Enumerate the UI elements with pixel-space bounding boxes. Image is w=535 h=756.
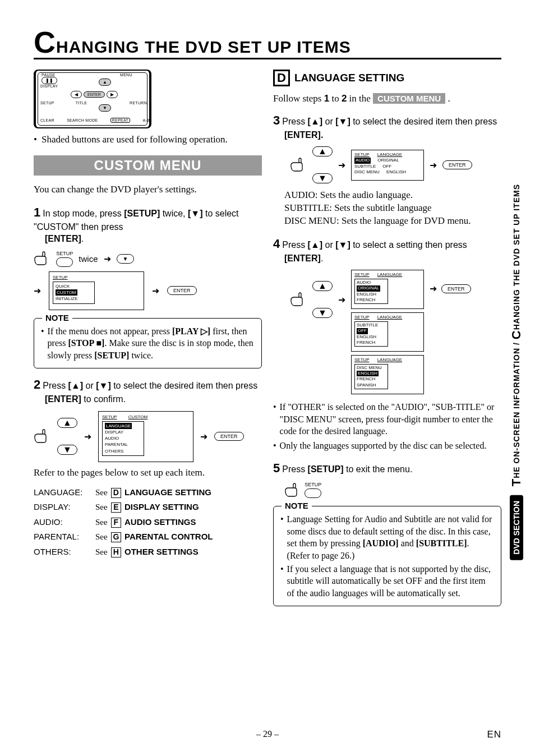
side-breadcrumb: THE ON-SCREEN INFORMATION / CHANGING THE…: [508, 179, 525, 491]
note-1-item: If the menu does not appear, press [PLAY…: [41, 325, 255, 362]
note-box-1: NOTE If the menu does not appear, press …: [34, 318, 262, 369]
side-section-tag: DVD SECTION: [510, 495, 523, 560]
step-5: 5Press [SETUP] to exit the menu.: [273, 460, 501, 477]
page-footer: – 29 – EN: [0, 729, 535, 739]
custom-menu-tag: CUSTOM MENU: [373, 93, 445, 104]
arrow-right-icon: ➜: [430, 160, 437, 170]
refer-text: Refer to the pages below to set up each …: [34, 467, 262, 480]
enter-oval-button: ENTER: [442, 160, 472, 169]
setup-mini-label: SETUP: [305, 482, 321, 487]
note-label: NOTE: [282, 501, 312, 510]
down-oval-button: ▼: [117, 254, 135, 264]
step-1: 1In stop mode, press [SETUP] twice, [▼] …: [34, 204, 262, 245]
step-1-diagram-a: SETUP twice ➜ ▼: [34, 251, 262, 267]
section-d-title: D LANGUAGE SETTING: [273, 70, 501, 86]
remote-title-label: TITLE: [76, 101, 87, 105]
enter-oval-button: ENTER: [214, 432, 244, 441]
ref-row-others: OTHERS:See H OTHER SETTINGS: [34, 545, 262, 560]
left-column: PAUSE❚❚ MENU ▲ DISPLAY ◀ ENTER ▶ SETUP T…: [34, 70, 262, 606]
arrow-right-icon: ➜: [430, 283, 437, 294]
remote-return-label: RETURN: [130, 101, 147, 105]
ref-letter-h: H: [111, 547, 121, 557]
note-2-item-2: If you select a language that is not sup…: [280, 563, 494, 600]
step-1-diagram-b: ➜ SETUP QUICK CUSTOM INITIALIZE ➜ ENTER: [34, 271, 262, 310]
chapter-title: CHANGING THE DVD SET UP ITEMS: [34, 34, 501, 59]
hand-icon: [290, 158, 307, 172]
hand-icon: [34, 429, 50, 444]
chapter-title-cap: C: [34, 25, 56, 59]
page-number: – 29 –: [256, 729, 279, 739]
step-4-bullets: •If "OTHER" is selected on the "AUDIO", …: [273, 401, 501, 451]
down-button: ▼: [99, 104, 111, 112]
side-tabs: THE ON-SCREEN INFORMATION / CHANGING THE…: [508, 179, 525, 560]
right-column: D LANGUAGE SETTING Follow steps 1 to 2 i…: [273, 70, 501, 606]
desc-subtitle: SUBTITLE: Sets the subtitle language: [284, 202, 501, 215]
note-label: NOTE: [42, 313, 72, 322]
remote-diagram: PAUSE❚❚ MENU ▲ DISPLAY ◀ ENTER ▶ SETUP T…: [34, 70, 151, 128]
up-arrow-button: ▲: [312, 146, 333, 156]
enter-oval-button: ENTER: [441, 284, 471, 293]
note-box-2: NOTE Language Setting for Audio and Subt…: [273, 506, 501, 606]
note-2-item-1: Language Setting for Audio and Subtitle …: [280, 513, 494, 561]
remote-menu-label: MENU: [120, 73, 132, 77]
chapter-title-rest: HANGING THE DVD SET UP ITEMS: [56, 38, 351, 56]
custom-menu-intro: You can change the DVD player's settings…: [34, 183, 262, 196]
arrow-right-icon: ➜: [34, 285, 41, 296]
up-down-buttons: ▲ ▼: [57, 418, 77, 455]
custom-menu-heading: CUSTOM MENU: [34, 155, 262, 176]
remote-repeat-label: REPEAT: [110, 118, 130, 123]
setup-menu-screen: SETUP QUICK CUSTOM INITIALIZE: [49, 271, 144, 310]
hand-icon: [34, 251, 50, 266]
discmenu-lang-screen: SETUPLANGUAGE DISC MENU ENGLISH FRENCH S…: [351, 355, 424, 394]
setup-oval-button: [305, 488, 321, 498]
arrow-right-icon: ➜: [104, 253, 111, 264]
ref-letter-f: F: [111, 518, 121, 528]
setup-oval-button: [56, 257, 73, 267]
section-d-heading: LANGUAGE SETTING: [294, 72, 404, 84]
arrow-right-icon: ➜: [84, 431, 91, 442]
step-2-diagram: ▲ ▼ ➜ SETUPCUSTOM LANGUAGE DISPLAY AUDIO…: [34, 411, 262, 462]
page-lang: EN: [487, 729, 501, 740]
arrow-right-icon: ➜: [338, 160, 345, 170]
desc-audio: AUDIO: Sets the audio language.: [284, 189, 501, 202]
shaded-note-text: Shaded buttons are used for following op…: [41, 134, 228, 145]
section-d-letter: D: [273, 70, 290, 86]
enter-oval-button: ENTER: [167, 286, 197, 295]
up-down-buttons: ▲ ▼: [312, 146, 333, 183]
remote-clear-label: CLEAR: [40, 118, 54, 122]
remote-search-label: SEARCH MODE: [67, 118, 98, 122]
arrow-right-icon: ➜: [338, 294, 345, 305]
up-down-buttons: ▲ ▼: [312, 281, 333, 318]
custom-menu-screen: SETUPCUSTOM LANGUAGE DISPLAY AUDIO PAREN…: [98, 411, 193, 462]
step-4-diagram: ▲ ▼ ➜ SETUPLANGUAGE AUDIO ORIGINAL ENGLI…: [290, 270, 501, 394]
ref-row-display: DISPLAY:See E DISPLAY SETTING: [34, 500, 262, 515]
ref-row-audio: AUDIO:See F AUDIO SETTINGS: [34, 515, 262, 530]
language-menu-screen: SETUPLANGUAGE AUDIOORIGINAL SUBTITLEOFF …: [351, 150, 424, 181]
step-3: 3Press [▲] or [▼] to select the desired …: [273, 112, 501, 141]
bullet-supported: Only the languages supported by the disc…: [280, 440, 487, 452]
shaded-note: •Shaded buttons are used for following o…: [34, 134, 262, 145]
up-arrow-button: ▲: [57, 418, 77, 428]
step-3-diagram: ▲ ▼ ➜ SETUPLANGUAGE AUDIOORIGINAL SUBTIT…: [290, 146, 501, 183]
ref-letter-d: D: [111, 488, 121, 498]
reference-table: LANGUAGE:See D LANGUAGE SETTING DISPLAY:…: [34, 485, 262, 560]
down-arrow-button: ▼: [57, 445, 77, 455]
setup-mini-label: SETUP: [56, 251, 73, 256]
arrow-right-icon: ➜: [152, 285, 159, 296]
hand-icon: [284, 483, 301, 497]
up-arrow-button: ▲: [312, 281, 333, 291]
twice-label: twice: [79, 254, 98, 264]
ref-row-parental: PARENTAL:See G PARENTAL CONTROL: [34, 529, 262, 545]
step-5-diagram: SETUP: [284, 482, 501, 498]
follow-steps-text: Follow steps 1 to 2 in the CUSTOM MENU .: [273, 93, 501, 104]
hand-icon: [290, 292, 307, 307]
enter-button: ENTER: [84, 91, 105, 98]
arrow-right-icon: ➜: [200, 431, 207, 442]
right-button: ▶: [107, 91, 118, 98]
ref-row-language: LANGUAGE:See D LANGUAGE SETTING: [34, 485, 262, 500]
pause-button: ❚❚: [41, 77, 57, 84]
down-arrow-button: ▼: [312, 308, 333, 318]
bullet-other: If "OTHER" is selected on the "AUDIO", "…: [280, 401, 501, 437]
up-button: ▲: [99, 79, 111, 86]
remote-pause-label: PAUSE: [41, 73, 57, 77]
